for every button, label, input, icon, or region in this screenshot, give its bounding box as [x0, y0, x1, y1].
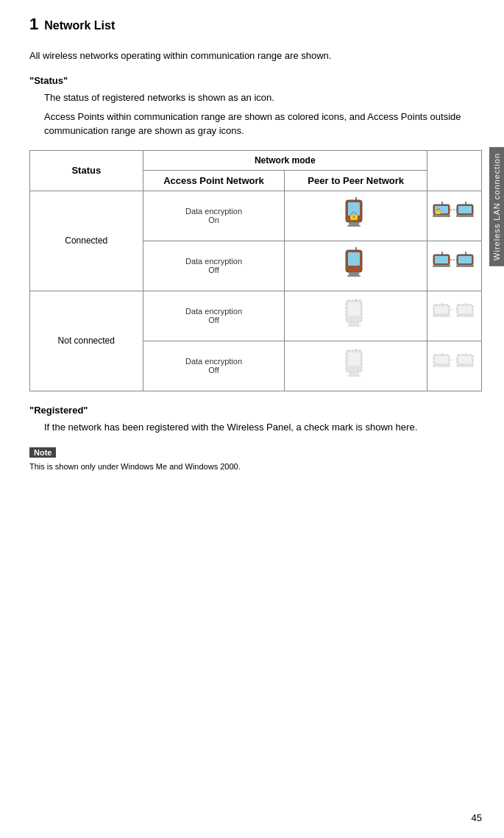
- svg-rect-52: [433, 365, 450, 367]
- enc-off-label-not-connected-1: Data encryptionOff: [143, 291, 285, 341]
- table-row: Connected Data encryptionOn: [30, 191, 482, 241]
- svg-rect-11: [436, 210, 441, 214]
- svg-rect-20: [349, 272, 359, 275]
- sidebar-label: Wireless LAN connection: [489, 147, 504, 266]
- svg-rect-3: [349, 222, 359, 225]
- svg-rect-41: [458, 306, 472, 313]
- table-header-top: Status Network mode: [30, 150, 482, 170]
- svg-rect-14: [456, 215, 474, 217]
- svg-rect-34: [349, 322, 359, 325]
- status-description: The status of registered networks is sho…: [44, 90, 482, 138]
- note-label: Note: [29, 447, 56, 458]
- status-heading: "Status": [29, 74, 482, 88]
- registered-section: "Registered" If the network has been reg…: [29, 403, 482, 435]
- icon-connected-enc-on-access: [285, 191, 427, 241]
- svg-rect-38: [433, 315, 450, 317]
- svg-rect-24: [433, 265, 450, 267]
- svg-rect-48: [349, 372, 359, 375]
- note-text: This is shown only under Windows Me and …: [29, 461, 482, 473]
- svg-rect-1: [348, 202, 360, 216]
- svg-rect-13: [458, 206, 472, 213]
- section-title-row: 1 Network List: [29, 15, 482, 40]
- svg-rect-21: [347, 275, 361, 277]
- icon-not-connected-enc-off-peer-1: [427, 291, 482, 341]
- icon-not-connected-enc-off-peer-2: [427, 341, 482, 391]
- status-line-1: The status of registered networks is sho…: [44, 90, 482, 105]
- status-line-2: Access Points within communication range…: [44, 110, 482, 138]
- svg-rect-28: [456, 265, 474, 267]
- svg-rect-27: [458, 256, 472, 263]
- network-mode-header: Network mode: [143, 150, 427, 170]
- svg-rect-37: [435, 306, 448, 313]
- svg-rect-55: [458, 356, 472, 363]
- note-section: Note This is shown only under Windows Me…: [29, 447, 482, 473]
- svg-rect-18: [348, 252, 360, 266]
- connected-status-cell: Connected: [30, 191, 143, 291]
- table-row: Not connected Data encryptionOff: [30, 291, 482, 341]
- svg-rect-4: [347, 225, 361, 227]
- icon-connected-enc-off-peer: [427, 241, 482, 291]
- icon-not-connected-enc-off-access-2: [285, 341, 427, 391]
- not-connected-status-cell: Not connected: [30, 291, 143, 391]
- svg-rect-56: [456, 365, 474, 367]
- registered-description: If the network has been registered with …: [44, 420, 482, 435]
- svg-rect-46: [348, 352, 360, 366]
- svg-rect-9: [433, 215, 450, 217]
- svg-rect-35: [347, 325, 361, 327]
- access-point-header: Access Point Network: [143, 170, 285, 191]
- section-title: Network List: [44, 19, 115, 32]
- icon-connected-enc-on-peer: [427, 191, 482, 241]
- enc-off-label-access-connected: Data encryptionOff: [143, 241, 285, 291]
- peer-to-peer-header: Peer to Peer Network: [285, 170, 427, 191]
- enc-off-label-not-connected-2: Data encryptionOff: [143, 341, 285, 391]
- enc-on-label-access: Data encryptionOn: [143, 191, 285, 241]
- svg-rect-51: [435, 356, 448, 363]
- svg-rect-49: [347, 375, 361, 377]
- svg-point-6: [353, 216, 355, 218]
- registered-line-1: If the network has been registered with …: [44, 420, 482, 435]
- registered-heading: "Registered": [29, 403, 482, 418]
- intro-paragraph: All wireless networks operating within c…: [29, 49, 482, 63]
- icon-connected-enc-off-access: [285, 241, 427, 291]
- svg-rect-32: [348, 302, 360, 316]
- svg-rect-23: [435, 256, 448, 263]
- page-number: 45: [472, 812, 482, 823]
- svg-rect-42: [456, 315, 474, 317]
- icon-not-connected-enc-off-access-1: [285, 291, 427, 341]
- network-table: Status Network mode Access Point Network…: [29, 150, 482, 391]
- status-header: Status: [30, 150, 143, 191]
- section-number: 1: [29, 15, 38, 34]
